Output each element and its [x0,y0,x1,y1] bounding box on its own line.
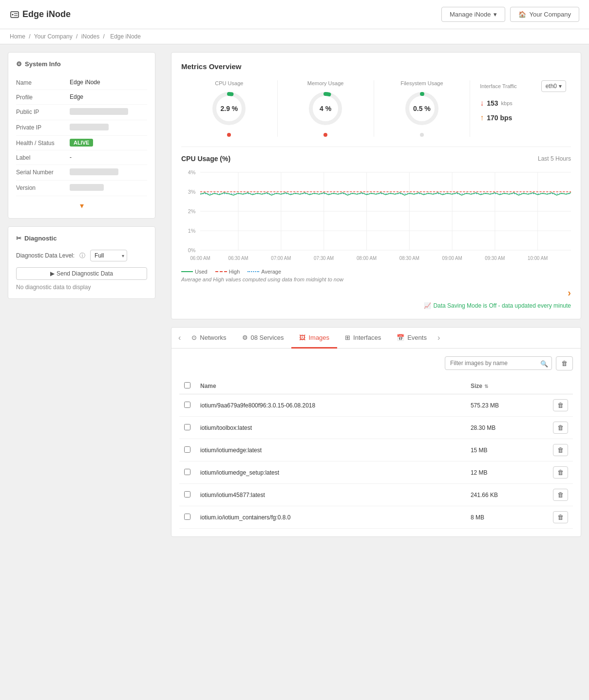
info-row-name: Name Edge iNode [16,75,147,90]
row-checkbox-cell [179,484,195,506]
system-info-title: ⚙ System Info [16,60,147,68]
page-title: Edge iNode [10,9,71,19]
expand-button[interactable]: ▾ [16,201,147,210]
svg-text:3%: 3% [188,189,196,195]
download-traffic: ↓ 153 kbps [480,99,513,108]
no-diagnostic-data: No diagnostic data to display [16,284,147,291]
th-checkbox [179,378,195,394]
delete-row-button[interactable]: 🗑 [553,511,568,523]
company-button[interactable]: 🏠 Your Company [510,7,579,22]
send-icon: ▶ [50,270,55,277]
data-saving-mode: 📈 Data Saving Mode is Off - data updated… [181,302,571,309]
manage-inode-button[interactable]: Manage iNode ▾ [441,7,506,22]
row-size: 575.23 MB [466,394,548,417]
svg-rect-0 [11,12,19,18]
sort-icon[interactable]: ⇅ [484,384,488,389]
breadcrumb-inodes[interactable]: iNodes [81,33,99,40]
tab-networks[interactable]: ⊙ Networks [184,328,234,349]
svg-text:0%: 0% [188,247,196,253]
svg-text:1%: 1% [188,228,196,234]
main-layout: ⚙ System Info Name Edge iNode Profile Ed… [0,44,589,700]
filter-row: 🔍 🗑 [179,356,573,370]
row-actions: 🗑 [548,439,573,461]
breadcrumb-current: Edge iNode [110,33,141,40]
chart-icon: 📈 [424,302,431,309]
tab-events[interactable]: 📅 Events [389,328,435,349]
tabs-card: ‹ ⊙ Networks ⚙ 08 Services 🖼 Images ⊞ In… [171,327,581,537]
delete-row-button[interactable]: 🗑 [553,489,568,501]
legend-high: High [215,269,240,275]
delete-row-button[interactable]: 🗑 [553,422,568,434]
images-table-scroll[interactable]: Name Size ⇅ [179,378,573,529]
header: Edge iNode Manage iNode ▾ 🏠 Your Company [0,0,589,29]
metrics-row: CPU Usage 2.9 % Memory Usage [181,80,571,147]
delete-all-button[interactable]: 🗑 [556,356,573,370]
chart-footer: Used High Average [181,269,571,275]
chevron-right-icon[interactable]: › [568,287,571,298]
table-row: iotium/iotiumedge_setup:latest 12 MB 🗑 [179,461,573,484]
svg-text:06:00 AM: 06:00 AM [190,256,210,261]
row-name: iotium/toolbox:latest [195,417,466,439]
metric-cpu: CPU Usage 2.9 % [181,80,278,137]
table-header: Name Size ⇅ [179,378,573,394]
tab-services[interactable]: ⚙ 08 Services [234,328,292,349]
tab-images[interactable]: 🖼 Images [291,328,337,349]
memory-value: 4 % [320,105,331,112]
table-row: iotium/9aa679a9fe800f96:3.0.15-06.08.201… [179,394,573,417]
delete-row-button[interactable]: 🗑 [553,399,568,411]
th-size: Size ⇅ [466,378,548,394]
row-checkbox[interactable] [184,402,190,408]
select-all-checkbox[interactable] [184,382,190,388]
info-row-version: Version [16,181,147,196]
row-checkbox[interactable] [184,424,190,430]
tab-arrow-right[interactable]: › [435,328,443,348]
svg-text:07:00 AM: 07:00 AM [271,256,291,261]
diag-level-row: Diagnostic Data Level: ⓘ Full Minimal [16,250,147,261]
breadcrumb-home[interactable]: Home [10,33,25,40]
filesystem-indicator [420,133,424,137]
table-row: iotium.io/iotium_containers/fg:0.8.0 8 M… [179,506,573,529]
chart-header: CPU Usage (%) Last 5 Hours [181,155,571,163]
row-checkbox[interactable] [184,446,190,453]
row-checkbox[interactable] [184,491,190,497]
tab-interfaces[interactable]: ⊞ Interfaces [337,328,389,349]
cpu-indicator [227,133,231,137]
th-name: Name [195,378,466,394]
send-diagnostic-button[interactable]: ▶ Send Diagnostic Data [16,267,147,280]
svg-text:09:30 AM: 09:30 AM [485,256,505,261]
info-row-health-status: Health / Status ALIVE [16,136,147,150]
home-icon: 🏠 [518,11,526,18]
svg-point-1 [12,14,14,15]
svg-text:07:30 AM: 07:30 AM [314,256,334,261]
row-checkbox[interactable] [184,514,190,520]
wrench-icon: ✂ [16,235,21,242]
nav-arrow-right: › [181,287,571,298]
left-panel: ⚙ System Info Name Edge iNode Profile Ed… [0,44,163,700]
images-icon: 🖼 [299,334,305,341]
row-size: 15 MB [466,439,548,461]
svg-text:4%: 4% [188,169,196,175]
tab-arrow-left[interactable]: ‹ [175,328,184,348]
filter-input[interactable] [445,356,552,370]
chevron-down-icon: ▾ [80,201,84,210]
row-checkbox[interactable] [184,469,190,475]
header-right: Manage iNode ▾ 🏠 Your Company [441,7,579,22]
delete-row-button[interactable]: 🗑 [553,466,568,479]
diagnostic-level-select[interactable]: Full Minimal [90,250,127,261]
row-actions: 🗑 [548,461,573,484]
svg-text:10:00 AM: 10:00 AM [528,256,548,261]
interface-selector[interactable]: eth0 ▾ [541,80,566,92]
chart-legend: Used High Average [181,269,281,275]
filter-input-wrap: 🔍 [445,356,552,370]
delete-row-button[interactable]: 🗑 [553,444,568,456]
row-name: iotium/9aa679a9fe800f96:3.0.15-06.08.201… [195,394,466,417]
table-row: iotium/toolbox:latest 28.30 MB 🗑 [179,417,573,439]
gear-icon: ⚙ [16,60,22,68]
system-info-card: ⚙ System Info Name Edge iNode Profile Ed… [8,52,155,219]
download-icon: ↓ [480,99,484,108]
right-panel: Metrics Overview CPU Usage 2.9 % [163,44,589,700]
header-left: Edge iNode [10,9,71,19]
breadcrumb-company[interactable]: Your Company [34,33,73,40]
filesystem-donut: 0.5 % [402,89,441,128]
cpu-chart-section: CPU Usage (%) Last 5 Hours [181,155,571,282]
